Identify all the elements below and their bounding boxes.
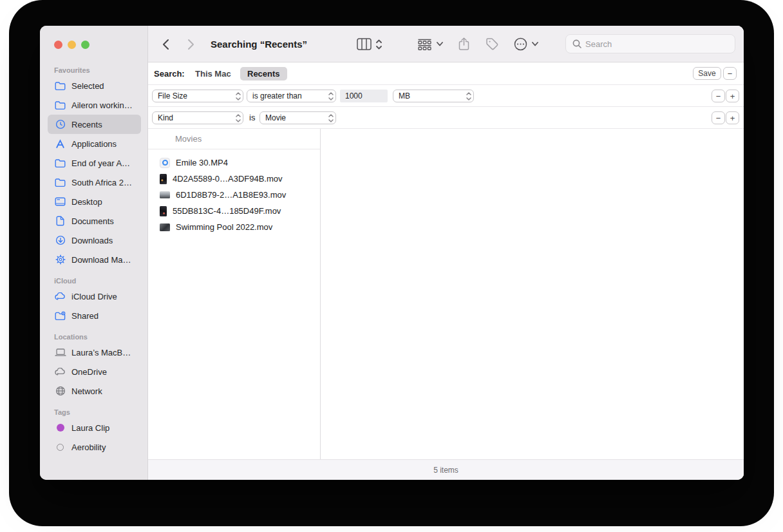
zoom-button[interactable] (81, 41, 90, 49)
sidebar-item-recents[interactable]: Recents (48, 115, 141, 134)
video-thumbnail-icon (160, 223, 170, 231)
movie-file-icon (160, 158, 170, 168)
sidebar-item-selected[interactable]: Selected (48, 76, 141, 95)
sidebar-item-south-africa[interactable]: South Africa 2… (48, 173, 141, 192)
stepper-icon (236, 114, 241, 122)
group-header-movies: Movies (148, 129, 320, 149)
search-icon (572, 39, 581, 48)
search-scope-bar: Search: This Mac Recents Save − (148, 62, 744, 85)
sidebar-item-documents[interactable]: Documents (48, 211, 141, 231)
file-row-swimming-pool[interactable]: Swimming Pool 2022.mov (148, 219, 320, 235)
column-divider[interactable] (320, 129, 321, 459)
sidebar-item-label: iCloud Drive (71, 292, 117, 301)
sidebar-item-label: Laura Clip (71, 423, 109, 433)
item-count: 5 items (433, 466, 458, 475)
gear-icon (54, 254, 66, 265)
sidebar-item-desktop[interactable]: Desktop (48, 192, 141, 211)
sidebar-item-aileron-working[interactable]: Aileron workin… (48, 95, 141, 115)
save-search-button[interactable]: Save (693, 67, 721, 80)
section-header-tags: Tags (48, 408, 141, 418)
minimize-button[interactable] (68, 41, 76, 49)
sidebar-item-label: Applications (71, 139, 117, 149)
stepper-icon (466, 92, 471, 100)
sidebar-item-icloud-drive[interactable]: iCloud Drive (48, 287, 141, 306)
cloud-icon (54, 291, 66, 302)
main-area: Searching “Recents” Search (148, 26, 744, 480)
folder-icon (54, 177, 66, 188)
toolbar-search-field[interactable]: Search (565, 34, 735, 53)
file-row-6d1d8b79[interactable]: 6D1D8B79-2…A1B8E93.mov (148, 187, 320, 203)
attribute-dropdown[interactable]: File Size (152, 90, 243, 102)
sidebar-item-tag-aerobility[interactable]: Aerobility (48, 437, 141, 457)
unit-dropdown[interactable]: MB (393, 90, 474, 102)
sidebar-item-downloads[interactable]: Downloads (48, 231, 141, 250)
folder-icon (54, 81, 66, 91)
sidebar-nav: Favourites Selected Aileron workin… Rece… (40, 49, 147, 457)
file-row-55db813c[interactable]: 55DB813C-4…185D49F.mov (148, 203, 320, 219)
close-button[interactable] (54, 41, 62, 49)
outline-tag-icon (54, 442, 66, 453)
sidebar-item-onedrive[interactable]: OneDrive (48, 362, 141, 381)
chevron-left-icon (162, 39, 169, 50)
shared-folder-icon (54, 310, 66, 321)
sidebar-item-download-manager[interactable]: Download Ma… (48, 250, 141, 269)
laptop-icon (54, 347, 66, 358)
sidebar-item-label: Documents (71, 216, 114, 226)
results-column-view: Movies Emile 30.MP4 4D2A5589-0…A3DF94B.m… (148, 129, 744, 459)
remove-filter-button[interactable]: − (712, 90, 725, 102)
sidebar-item-shared[interactable]: Shared (48, 306, 141, 325)
add-filter-button[interactable]: + (726, 90, 739, 102)
traffic-lights (40, 26, 147, 49)
value-input[interactable]: 1000 (340, 90, 388, 102)
more-actions-button[interactable] (514, 26, 538, 62)
file-list: Emile 30.MP4 4D2A5589-0…A3DF94B.mov 6D1D… (148, 155, 320, 235)
desktop-icon (54, 196, 66, 207)
scope-recents[interactable]: Recents (240, 67, 287, 81)
section-header-icloud: iCloud (48, 277, 141, 287)
sidebar: Favourites Selected Aileron workin… Rece… (40, 26, 148, 480)
file-name: Emile 30.MP4 (176, 158, 228, 167)
back-button[interactable] (162, 26, 169, 62)
filter-row-kind: Kind is Movie − + (148, 107, 744, 129)
tag-button[interactable] (486, 26, 499, 62)
dropdown-value: Kind (158, 113, 173, 122)
sidebar-item-applications[interactable]: Applications (48, 134, 141, 153)
operator-dropdown[interactable]: is greater than (247, 90, 336, 102)
sidebar-item-label: OneDrive (71, 367, 107, 377)
sidebar-item-label: Network (71, 386, 102, 396)
sidebar-item-end-of-year[interactable]: End of year A… (48, 153, 141, 173)
view-columns-button[interactable] (357, 26, 382, 62)
add-filter-button[interactable]: + (726, 111, 739, 124)
folder-icon (54, 158, 66, 169)
value-dropdown[interactable]: Movie (259, 111, 336, 124)
forward-button[interactable] (187, 26, 194, 62)
status-bar: 5 items (148, 459, 744, 480)
filter-row-file-size: File Size is greater than 1000 MB − + (148, 85, 744, 107)
remove-scope-row-button[interactable]: − (723, 67, 737, 80)
stepper-icon (236, 92, 241, 100)
sidebar-item-network[interactable]: Network (48, 381, 141, 401)
section-header-locations: Locations (48, 333, 141, 343)
share-button[interactable] (458, 26, 469, 62)
sidebar-item-label: South Africa 2… (71, 178, 132, 187)
updown-chevrons-icon (376, 39, 382, 50)
chevron-down-icon (532, 42, 538, 46)
sidebar-item-lauras-macbook[interactable]: Laura’s MacB… (48, 343, 141, 362)
search-placeholder: Search (585, 39, 612, 49)
file-name: 4D2A5589-0…A3DF94B.mov (173, 174, 283, 184)
sidebar-item-label: Aerobility (71, 442, 106, 452)
attribute-dropdown[interactable]: Kind (152, 111, 243, 124)
sidebar-item-tag-laura-clip[interactable]: Laura Clip (48, 418, 141, 437)
applications-icon (54, 138, 66, 149)
remove-filter-button[interactable]: − (712, 111, 725, 124)
dropdown-value: Movie (265, 113, 286, 122)
group-button[interactable] (417, 26, 443, 62)
scope-this-mac[interactable]: This Mac (195, 62, 231, 85)
sidebar-item-label: Recents (71, 120, 102, 129)
sidebar-item-label: Selected (71, 81, 104, 91)
file-row-4d2a5589[interactable]: 4D2A5589-0…A3DF94B.mov (148, 171, 320, 187)
columns-view-icon (357, 38, 372, 50)
file-row-emile[interactable]: Emile 30.MP4 (148, 155, 320, 171)
sidebar-item-label: Laura’s MacB… (71, 348, 131, 357)
dropdown-value: is greater than (252, 91, 302, 100)
